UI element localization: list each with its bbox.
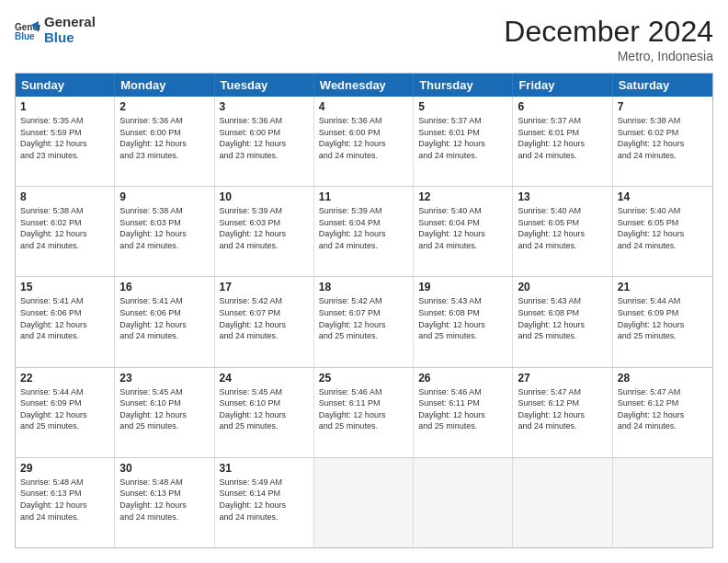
cell-text: Sunrise: 5:43 AM Sunset: 6:08 PM Dayligh… [418, 295, 507, 341]
cell-text: Sunrise: 5:45 AM Sunset: 6:10 PM Dayligh… [119, 386, 209, 432]
day-number: 5 [418, 100, 507, 113]
day-number: 20 [518, 281, 607, 293]
logo-icon: General Blue [15, 17, 40, 43]
day-number: 1 [20, 100, 109, 113]
calendar-header: Sunday Monday Tuesday Wednesday Thursday… [16, 74, 712, 97]
day-number: 14 [618, 190, 708, 203]
day-number: 29 [20, 462, 109, 475]
table-row: 27Sunrise: 5:47 AM Sunset: 6:12 PM Dayli… [513, 368, 612, 457]
day-number: 13 [518, 190, 607, 203]
header: General Blue General Blue December 2024 … [15, 15, 713, 63]
table-row: 8Sunrise: 5:38 AM Sunset: 6:02 PM Daylig… [16, 187, 115, 276]
cell-text: Sunrise: 5:45 AM Sunset: 6:10 PM Dayligh… [220, 386, 309, 432]
table-row: 6Sunrise: 5:37 AM Sunset: 6:01 PM Daylig… [513, 97, 612, 186]
day-number: 10 [220, 190, 309, 203]
table-row: 13Sunrise: 5:40 AM Sunset: 6:05 PM Dayli… [513, 187, 612, 276]
cell-text: Sunrise: 5:41 AM Sunset: 6:06 PM Dayligh… [119, 295, 209, 341]
day-number: 27 [518, 372, 607, 385]
table-row: 23Sunrise: 5:45 AM Sunset: 6:10 PM Dayli… [115, 368, 214, 457]
title-block: December 2024 Metro, Indonesia [504, 15, 713, 63]
day-number: 26 [418, 372, 507, 385]
subtitle: Metro, Indonesia [504, 49, 713, 63]
header-tuesday: Tuesday [215, 74, 314, 97]
cell-text: Sunrise: 5:38 AM Sunset: 6:03 PM Dayligh… [119, 205, 209, 251]
cell-text: Sunrise: 5:42 AM Sunset: 6:07 PM Dayligh… [319, 295, 408, 341]
cell-text: Sunrise: 5:38 AM Sunset: 6:02 PM Dayligh… [618, 115, 708, 161]
table-row: 24Sunrise: 5:45 AM Sunset: 6:10 PM Dayli… [215, 368, 314, 457]
cell-text: Sunrise: 5:37 AM Sunset: 6:01 PM Dayligh… [418, 115, 507, 161]
header-friday: Friday [513, 74, 612, 97]
cell-text: Sunrise: 5:43 AM Sunset: 6:08 PM Dayligh… [518, 295, 607, 341]
cell-text: Sunrise: 5:36 AM Sunset: 6:00 PM Dayligh… [220, 115, 309, 161]
table-row: 9Sunrise: 5:38 AM Sunset: 6:03 PM Daylig… [115, 187, 214, 276]
table-row: 31Sunrise: 5:49 AM Sunset: 6:14 PM Dayli… [215, 458, 314, 547]
page: General Blue General Blue December 2024 … [0, 0, 728, 563]
cell-text: Sunrise: 5:35 AM Sunset: 5:59 PM Dayligh… [20, 115, 109, 161]
day-number: 17 [220, 281, 309, 293]
header-thursday: Thursday [414, 74, 513, 97]
table-row: 20Sunrise: 5:43 AM Sunset: 6:08 PM Dayli… [513, 277, 612, 366]
logo-text-blue: Blue [44, 30, 96, 46]
cell-text: Sunrise: 5:49 AM Sunset: 6:14 PM Dayligh… [220, 477, 309, 523]
table-row: 3Sunrise: 5:36 AM Sunset: 6:00 PM Daylig… [215, 97, 314, 186]
table-row: 11Sunrise: 5:39 AM Sunset: 6:04 PM Dayli… [314, 187, 414, 276]
cell-text: Sunrise: 5:41 AM Sunset: 6:06 PM Dayligh… [20, 295, 109, 341]
table-row: 19Sunrise: 5:43 AM Sunset: 6:08 PM Dayli… [414, 277, 513, 366]
cell-text: Sunrise: 5:44 AM Sunset: 6:09 PM Dayligh… [20, 386, 109, 432]
day-number: 6 [518, 100, 607, 113]
day-number: 28 [618, 372, 708, 385]
day-number: 2 [119, 100, 209, 113]
table-row: 5Sunrise: 5:37 AM Sunset: 6:01 PM Daylig… [414, 97, 513, 186]
day-number: 30 [119, 462, 209, 475]
calendar-week-1: 8Sunrise: 5:38 AM Sunset: 6:02 PM Daylig… [16, 187, 712, 277]
cell-text: Sunrise: 5:39 AM Sunset: 6:03 PM Dayligh… [220, 205, 309, 251]
table-row: 4Sunrise: 5:36 AM Sunset: 6:00 PM Daylig… [314, 97, 414, 186]
header-wednesday: Wednesday [314, 74, 414, 97]
day-number: 9 [119, 190, 209, 203]
table-row: 26Sunrise: 5:46 AM Sunset: 6:11 PM Dayli… [414, 368, 513, 457]
table-row: 18Sunrise: 5:42 AM Sunset: 6:07 PM Dayli… [314, 277, 414, 366]
day-number: 31 [220, 462, 309, 475]
header-sunday: Sunday [16, 74, 115, 97]
calendar-week-0: 1Sunrise: 5:35 AM Sunset: 5:59 PM Daylig… [16, 97, 712, 187]
month-title: December 2024 [504, 15, 713, 49]
day-number: 21 [618, 281, 708, 293]
day-number: 19 [418, 281, 507, 293]
header-saturday: Saturday [613, 74, 712, 97]
cell-text: Sunrise: 5:38 AM Sunset: 6:02 PM Dayligh… [20, 205, 109, 251]
day-number: 24 [220, 372, 309, 385]
calendar-week-2: 15Sunrise: 5:41 AM Sunset: 6:06 PM Dayli… [16, 277, 712, 367]
table-row [314, 458, 414, 547]
day-number: 4 [319, 100, 408, 113]
cell-text: Sunrise: 5:42 AM Sunset: 6:07 PM Dayligh… [220, 295, 309, 341]
day-number: 16 [119, 281, 209, 293]
table-row [513, 458, 612, 547]
day-number: 18 [319, 281, 408, 293]
cell-text: Sunrise: 5:48 AM Sunset: 6:13 PM Dayligh… [20, 477, 109, 523]
day-number: 7 [618, 100, 708, 113]
table-row: 30Sunrise: 5:48 AM Sunset: 6:13 PM Dayli… [115, 458, 214, 547]
table-row [414, 458, 513, 547]
day-number: 12 [418, 190, 507, 203]
table-row: 1Sunrise: 5:35 AM Sunset: 5:59 PM Daylig… [16, 97, 115, 186]
logo-text-general: General [44, 15, 96, 30]
cell-text: Sunrise: 5:44 AM Sunset: 6:09 PM Dayligh… [618, 295, 708, 341]
table-row: 21Sunrise: 5:44 AM Sunset: 6:09 PM Dayli… [613, 277, 712, 366]
header-monday: Monday [115, 74, 214, 97]
table-row: 15Sunrise: 5:41 AM Sunset: 6:06 PM Dayli… [16, 277, 115, 366]
cell-text: Sunrise: 5:40 AM Sunset: 6:05 PM Dayligh… [618, 205, 708, 251]
calendar-body: 1Sunrise: 5:35 AM Sunset: 5:59 PM Daylig… [16, 97, 712, 547]
calendar-week-4: 29Sunrise: 5:48 AM Sunset: 6:13 PM Dayli… [16, 458, 712, 547]
table-row: 25Sunrise: 5:46 AM Sunset: 6:11 PM Dayli… [314, 368, 414, 457]
table-row: 12Sunrise: 5:40 AM Sunset: 6:04 PM Dayli… [414, 187, 513, 276]
day-number: 15 [20, 281, 109, 293]
svg-text:Blue: Blue [15, 31, 35, 41]
logo: General Blue General Blue [15, 15, 96, 45]
cell-text: Sunrise: 5:47 AM Sunset: 6:12 PM Dayligh… [518, 386, 607, 432]
cell-text: Sunrise: 5:40 AM Sunset: 6:05 PM Dayligh… [518, 205, 607, 251]
table-row: 16Sunrise: 5:41 AM Sunset: 6:06 PM Dayli… [115, 277, 214, 366]
cell-text: Sunrise: 5:37 AM Sunset: 6:01 PM Dayligh… [518, 115, 607, 161]
table-row: 22Sunrise: 5:44 AM Sunset: 6:09 PM Dayli… [16, 368, 115, 457]
calendar-week-3: 22Sunrise: 5:44 AM Sunset: 6:09 PM Dayli… [16, 368, 712, 458]
cell-text: Sunrise: 5:46 AM Sunset: 6:11 PM Dayligh… [418, 386, 507, 432]
